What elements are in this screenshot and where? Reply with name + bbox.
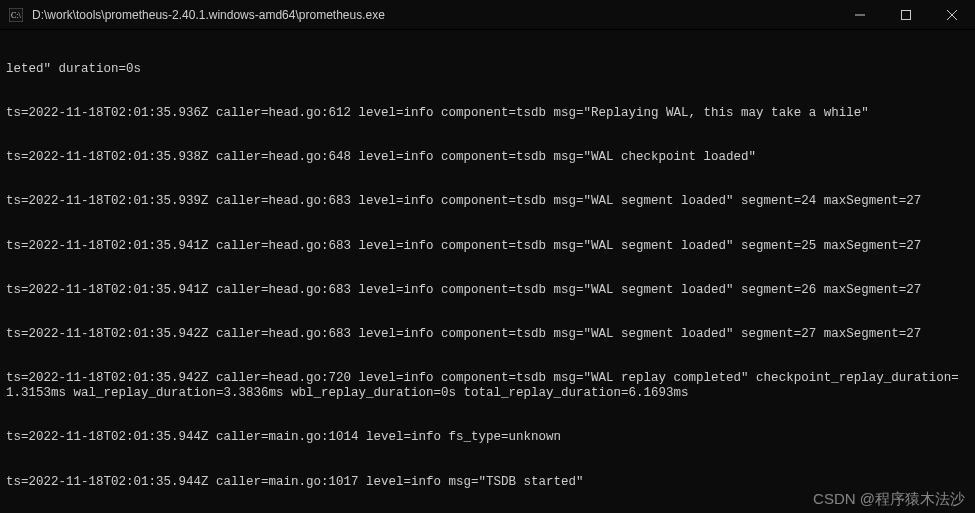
minimize-button[interactable] — [837, 0, 883, 30]
terminal-output[interactable]: leted" duration=0s ts=2022-11-18T02:01:3… — [0, 30, 975, 513]
window-titlebar: C:\ D:\work\tools\prometheus-2.40.1.wind… — [0, 0, 975, 30]
log-line: ts=2022-11-18T02:01:35.938Z caller=head.… — [6, 150, 969, 165]
log-line: ts=2022-11-18T02:01:35.939Z caller=head.… — [6, 194, 969, 209]
maximize-button[interactable] — [883, 0, 929, 30]
log-line: ts=2022-11-18T02:01:35.941Z caller=head.… — [6, 283, 969, 298]
titlebar-left: C:\ D:\work\tools\prometheus-2.40.1.wind… — [0, 7, 385, 23]
log-line: leted" duration=0s — [6, 62, 969, 77]
close-button[interactable] — [929, 0, 975, 30]
log-line: ts=2022-11-18T02:01:35.936Z caller=head.… — [6, 106, 969, 121]
window-title: D:\work\tools\prometheus-2.40.1.windows-… — [32, 8, 385, 22]
log-line: ts=2022-11-18T02:01:35.941Z caller=head.… — [6, 239, 969, 254]
log-line: ts=2022-11-18T02:01:35.942Z caller=head.… — [6, 371, 969, 401]
window-controls — [837, 0, 975, 30]
app-icon: C:\ — [8, 7, 24, 23]
svg-text:C:\: C:\ — [11, 11, 22, 20]
log-line: ts=2022-11-18T02:01:35.944Z caller=main.… — [6, 430, 969, 445]
log-line: ts=2022-11-18T02:01:35.942Z caller=head.… — [6, 327, 969, 342]
log-line: ts=2022-11-18T02:01:35.944Z caller=main.… — [6, 475, 969, 490]
svg-rect-2 — [902, 10, 911, 19]
